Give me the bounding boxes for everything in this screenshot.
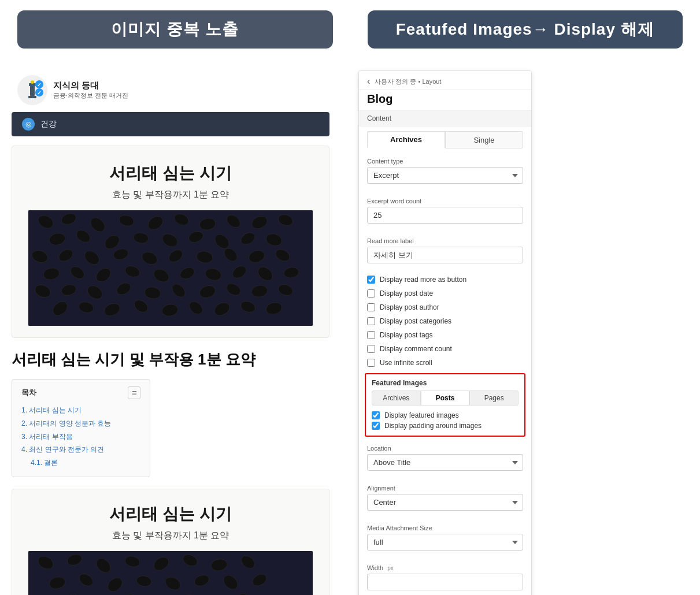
width-input[interactable]	[367, 574, 523, 590]
content-type-select[interactable]: Excerpt	[367, 167, 523, 184]
svg-rect-5	[28, 96, 36, 98]
excerpt-count-input[interactable]	[367, 207, 523, 224]
toc-title: 목차	[21, 388, 36, 398]
toc-item-4: 4. 최신 연구와 전문가 의견	[21, 443, 140, 456]
read-more-input[interactable]	[367, 247, 523, 263]
article2-image	[28, 551, 313, 595]
settings-header: ‹ 사용자 정의 중 • Layout	[359, 71, 531, 90]
nav-icon: ◎	[22, 118, 35, 131]
checkbox-display-padding-input[interactable]	[372, 422, 380, 430]
alignment-select[interactable]: Center	[367, 494, 523, 511]
checkbox-post-categories-input[interactable]	[367, 317, 375, 325]
toc-item-2: 2. 서리태의 영양 성분과 효능	[21, 417, 140, 430]
checkbox-infinite-scroll-input[interactable]	[367, 359, 375, 367]
checkbox-infinite-scroll: Use infinite scroll	[359, 356, 531, 370]
settings-panel: ‹ 사용자 정의 중 • Layout Blog Content Archive…	[358, 70, 532, 595]
article-image	[28, 210, 313, 326]
width-label: Width px	[367, 564, 523, 571]
checkbox-display-padding: Display padding around images	[372, 421, 518, 431]
toc-item-1: 1. 서리태 심는 시기	[21, 404, 140, 417]
checkbox-post-categories: Display post categories	[359, 314, 531, 328]
article2-title: 서리태 심는 시기	[28, 503, 313, 525]
media-size-section: Media Attachment Size full	[359, 520, 531, 555]
checkbox-post-author: Display post author	[359, 300, 531, 314]
checkbox-post-tags-label: Display post tags	[380, 331, 432, 339]
site-name: 지식의 등대	[53, 80, 128, 91]
width-section: Width px	[359, 560, 531, 595]
toc-box: 목차 ☰ 1. 서리태 심는 시기 2. 서리태의 영양 성분과 효능 3. 서…	[12, 379, 150, 477]
featured-images-title: Featured Images	[372, 379, 518, 387]
tab-single[interactable]: Single	[445, 131, 523, 148]
checkbox-post-date-input[interactable]	[367, 289, 375, 298]
alignment-section: Alignment Center	[359, 480, 531, 515]
right-header-banner: Featufed Images→ Display 해제	[368, 10, 683, 49]
read-more-section: Read more label	[359, 233, 531, 268]
fi-tab-pages[interactable]: Pages	[469, 391, 518, 406]
toc-item-4-1: 4.1. 결론	[21, 456, 140, 470]
checkbox-read-more-btn: Display read more as button	[359, 273, 531, 287]
breadcrumb: 사용자 정의 중 • Layout	[375, 77, 441, 86]
location-label: Location	[367, 445, 523, 452]
site-tagline: 금융·의학정보 전문 매거진	[53, 91, 128, 100]
back-button[interactable]: ‹	[367, 77, 370, 86]
excerpt-count-label: Excerpt word count	[367, 198, 523, 204]
media-size-select[interactable]: full	[367, 534, 523, 551]
article-title: 서리태 심는 시기	[28, 162, 313, 184]
content-section-label: Content	[359, 110, 531, 127]
checkbox-post-tags-input[interactable]	[367, 331, 375, 339]
fi-tab-archives[interactable]: Archives	[372, 391, 421, 406]
left-header-banner: 이미지 중복 노출	[17, 10, 333, 49]
fi-tab-group: Archives Posts Pages	[372, 391, 518, 406]
checkbox-infinite-scroll-label: Use infinite scroll	[380, 359, 432, 367]
post-title-large: 서리태 심는 시기 및 부작용 1분 요약	[12, 349, 329, 370]
svg-text:✓: ✓	[37, 90, 42, 96]
left-panel: ✓ ✓ 지식의 등대 금융·의학정보 전문 매거진 ◎ 건강 서리태 심는 시기…	[0, 65, 341, 595]
toc-items: 1. 서리태 심는 시기 2. 서리태의 영양 성분과 효능 3. 서리태 부작…	[21, 404, 140, 470]
checkbox-display-featured-label: Display featured images	[384, 411, 459, 419]
media-size-label: Media Attachment Size	[367, 525, 523, 531]
toc-item-3: 3. 서리태 부작용	[21, 430, 140, 444]
checkbox-read-more-btn-input[interactable]	[367, 276, 375, 284]
svg-rect-1	[30, 85, 35, 96]
right-panel: ‹ 사용자 정의 중 • Layout Blog Content Archive…	[341, 65, 700, 595]
checkbox-post-date: Display post date	[359, 287, 531, 300]
article2-subtitle: 효능 및 부작용까지 1분 요약	[28, 530, 313, 542]
read-more-label: Read more label	[367, 237, 523, 244]
main-tab-group: Archives Single	[359, 127, 531, 153]
content-type-section: Content type Excerpt	[359, 153, 531, 188]
checkbox-comment-count-input[interactable]	[367, 345, 375, 353]
article-subtitle: 효능 및 부작용까지 1분 요약	[28, 189, 313, 201]
checkbox-display-padding-label: Display padding around images	[384, 422, 482, 430]
location-select[interactable]: Above Title	[367, 454, 523, 471]
left-header-text: 이미지 중복 노출	[111, 20, 239, 38]
location-section: Location Above Title	[359, 440, 531, 475]
checkbox-comment-count-label: Display comment count	[380, 345, 452, 353]
checkbox-post-categories-label: Display post categories	[380, 317, 451, 325]
checkbox-display-featured-input[interactable]	[372, 411, 380, 419]
right-header-text: Featufed Images→ Display 해제	[396, 20, 654, 38]
svg-text:✓: ✓	[37, 82, 42, 88]
site-info: 지식의 등대 금융·의학정보 전문 매거진	[53, 80, 128, 100]
site-logo-icon: ✓ ✓	[17, 75, 47, 105]
nav-bar: ◎ 건강	[12, 112, 329, 136]
checkbox-comment-count: Display comment count	[359, 342, 531, 356]
toc-toggle[interactable]: ☰	[128, 386, 140, 399]
checkbox-post-author-input[interactable]	[367, 303, 375, 311]
checkbox-read-more-btn-label: Display read more as button	[380, 276, 466, 284]
tab-archives[interactable]: Archives	[367, 131, 445, 148]
excerpt-count-section: Excerpt word count	[359, 193, 531, 228]
svg-point-4	[31, 80, 34, 84]
site-logo-area: ✓ ✓ 지식의 등대 금융·의학정보 전문 매거진	[12, 70, 329, 112]
page-title-settings: Blog	[359, 90, 531, 110]
checkbox-post-author-label: Display post author	[380, 303, 439, 311]
checkbox-display-featured: Display featured images	[372, 410, 518, 421]
fi-tab-posts[interactable]: Posts	[421, 391, 470, 406]
featured-images-section: Featured Images Archives Posts Pages Dis…	[365, 373, 525, 437]
alignment-label: Alignment	[367, 485, 523, 492]
article-card-1: 서리태 심는 시기 효능 및 부작용까지 1분 요약	[12, 146, 329, 338]
content-type-label: Content type	[367, 158, 523, 165]
checkbox-post-date-label: Display post date	[380, 289, 433, 298]
nav-category: 건강	[40, 119, 57, 129]
checkbox-post-tags: Display post tags	[359, 328, 531, 342]
article-card-2: 서리태 심는 시기 효능 및 부작용까지 1분 요약	[12, 489, 329, 595]
